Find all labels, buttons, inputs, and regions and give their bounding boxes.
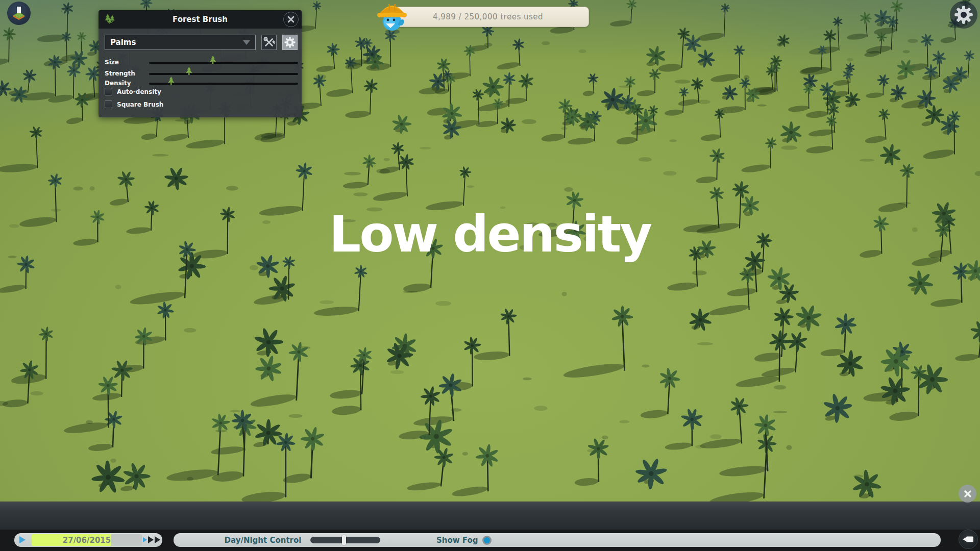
overlay-caption: Low density (0, 209, 980, 259)
environment-controls: Day/Night Control Show Fog (174, 533, 941, 547)
tree-counter-bar: 4,989 / 250,000 trees used (387, 7, 589, 27)
toolbar-close-icon[interactable] (959, 485, 976, 503)
show-fog-toggle[interactable] (482, 536, 492, 545)
density-slider-row: Density (99, 80, 302, 88)
map-options-button[interactable] (7, 2, 31, 25)
speed-2-icon[interactable] (148, 536, 154, 543)
tree-counter-text: 4,989 / 250,000 trees used (433, 12, 543, 21)
date-display: 27/06/2015 (32, 534, 142, 546)
brush-settings-button[interactable] (282, 35, 298, 50)
play-button[interactable] (19, 536, 26, 543)
day-night-slider-handle[interactable] (342, 535, 346, 545)
forest-brush-titlebar[interactable]: Forest Brush (99, 10, 302, 29)
speed-3-icon[interactable] (155, 536, 160, 543)
density-label: Density (105, 80, 131, 87)
chirper-mascot-icon (376, 0, 409, 35)
cinematic-camera-button[interactable] (959, 530, 978, 549)
square-brush-checkbox[interactable] (105, 101, 112, 108)
chevron-down-icon (243, 40, 250, 45)
status-bar: 27/06/2015 Day/Night Control Show Fog (0, 530, 980, 551)
gear-icon (284, 36, 296, 48)
time-controls: 27/06/2015 (14, 533, 162, 547)
game-screen: Low density Forest Brush (0, 0, 980, 551)
close-icon[interactable] (283, 12, 299, 27)
day-night-slider[interactable] (310, 537, 380, 543)
strength-label: Strength (105, 70, 135, 77)
gear-icon (952, 4, 975, 26)
auto-density-checkbox-row[interactable]: Auto-density (105, 88, 161, 95)
tree-type-dropdown[interactable]: Palms (105, 35, 256, 50)
strength-slider[interactable] (149, 73, 298, 75)
date-text: 27/06/2015 (32, 534, 142, 546)
video-camera-icon (963, 535, 974, 543)
size-slider-row: Size (99, 59, 302, 67)
tree-type-value: Palms (110, 38, 243, 47)
strength-slider-row: Strength (99, 70, 302, 78)
editor-toolbar (0, 502, 980, 530)
show-fog-label: Show Fog (436, 533, 478, 547)
day-night-label: Day/Night Control (204, 533, 322, 547)
density-slider[interactable] (149, 83, 298, 85)
speed-controls (143, 536, 160, 543)
speed-1-icon[interactable] (143, 537, 147, 542)
tools-icon (263, 37, 275, 48)
forest-icon (104, 14, 117, 27)
settings-button[interactable] (950, 1, 977, 29)
auto-density-checkbox[interactable] (105, 88, 112, 95)
brush-tools-button[interactable] (261, 35, 277, 50)
forest-brush-panel: Forest Brush Palms Si (99, 10, 302, 117)
map-layers-icon (11, 6, 27, 21)
size-slider[interactable] (149, 62, 298, 64)
size-label: Size (105, 59, 119, 66)
auto-density-label: Auto-density (117, 88, 161, 95)
square-brush-checkbox-row[interactable]: Square Brush (105, 101, 163, 108)
size-slider-thumb[interactable] (209, 56, 217, 64)
strength-slider-thumb[interactable] (185, 67, 193, 75)
square-brush-label: Square Brush (117, 101, 163, 108)
panel-title: Forest Brush (99, 15, 302, 24)
